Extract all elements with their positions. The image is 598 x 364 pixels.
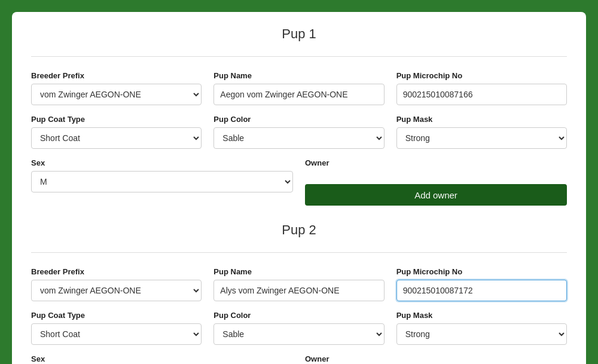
pup1-pup-name-label: Pup Name: [213, 71, 384, 80]
pup1-bottom-row: Sex M F Owner Add owner: [31, 158, 567, 206]
pup2-mask-group: Pup Mask Strong Medium Light None: [396, 311, 567, 345]
pup2-color-group: Pup Color Sable Black Bi-Color: [213, 311, 384, 345]
pup1-color-group: Pup Color Sable Black Bi-Color: [213, 115, 384, 149]
pup1-mask-select[interactable]: Strong Medium Light None: [396, 127, 567, 149]
pup1-owner-group: Owner Add owner: [305, 158, 567, 206]
pup1-top-row: Breeder Prefix vom Zwinger AEGON-ONE Pup…: [31, 71, 567, 105]
pup1-microchip-input[interactable]: [396, 84, 567, 105]
pup2-sex-label: Sex: [31, 354, 293, 363]
pup2-breeder-prefix-select[interactable]: vom Zwinger AEGON-ONE: [31, 280, 202, 301]
pup2-mask-label: Pup Mask: [396, 311, 567, 320]
pup1-mask-group: Pup Mask Strong Medium Light None: [396, 115, 567, 149]
main-card: Pup 1 Breeder Prefix vom Zwinger AEGON-O…: [12, 12, 586, 364]
pup2-breeder-prefix-label: Breeder Prefix: [31, 267, 202, 276]
pup2-coat-type-select[interactable]: Short Coat Long Coat: [31, 323, 202, 345]
pup1-mask-label: Pup Mask: [396, 115, 567, 124]
pup1-add-owner-button[interactable]: Add owner: [305, 184, 567, 206]
pup1-sex-group: Sex M F: [31, 158, 293, 206]
pup2-color-label: Pup Color: [213, 311, 384, 320]
pup1-divider: [31, 56, 567, 57]
pup1-coat-type-group: Pup Coat Type Short Coat Long Coat: [31, 115, 202, 149]
pup1-sex-select[interactable]: M F: [31, 171, 293, 192]
pup1-pup-name-input[interactable]: [213, 84, 384, 105]
pup2-pup-name-input[interactable]: [213, 280, 384, 301]
pup2-color-select[interactable]: Sable Black Bi-Color: [213, 323, 384, 345]
pup1-sex-label: Sex: [31, 158, 293, 167]
pup2-bottom-row: Sex M F Owner Add owner: [31, 354, 567, 364]
pup1-breeder-prefix-select[interactable]: vom Zwinger AEGON-ONE: [31, 84, 202, 105]
pup1-breeder-prefix-group: Breeder Prefix vom Zwinger AEGON-ONE: [31, 71, 202, 105]
pup2-owner-group: Owner Add owner: [305, 354, 567, 364]
pup2-microchip-group: Pup Microchip No: [396, 267, 567, 301]
pup1-breeder-prefix-label: Breeder Prefix: [31, 71, 202, 80]
pup2-divider: [31, 252, 567, 253]
pup1-color-select[interactable]: Sable Black Bi-Color: [213, 127, 384, 149]
pup1-color-label: Pup Color: [213, 115, 384, 124]
pup1-coat-type-select[interactable]: Short Coat Long Coat: [31, 127, 202, 149]
pup2-top-row: Breeder Prefix vom Zwinger AEGON-ONE Pup…: [31, 267, 567, 301]
pup1-owner-label: Owner: [305, 158, 567, 167]
pup2-pup-name-label: Pup Name: [213, 267, 384, 276]
pup1-title: Pup 1: [31, 26, 567, 42]
pup2-middle-row: Pup Coat Type Short Coat Long Coat Pup C…: [31, 311, 567, 345]
pup1-pup-name-group: Pup Name: [213, 71, 384, 105]
pup2-breeder-prefix-group: Breeder Prefix vom Zwinger AEGON-ONE: [31, 267, 202, 301]
pup2-coat-type-group: Pup Coat Type Short Coat Long Coat: [31, 311, 202, 345]
pup1-microchip-group: Pup Microchip No: [396, 71, 567, 105]
pup1-coat-type-label: Pup Coat Type: [31, 115, 202, 124]
pup2-microchip-input[interactable]: [396, 280, 567, 301]
pup1-middle-row: Pup Coat Type Short Coat Long Coat Pup C…: [31, 115, 567, 149]
pup2-coat-type-label: Pup Coat Type: [31, 311, 202, 320]
pup2-pup-name-group: Pup Name: [213, 267, 384, 301]
pup2-microchip-label: Pup Microchip No: [396, 267, 567, 276]
pup2-owner-label: Owner: [305, 354, 567, 363]
pup2-mask-select[interactable]: Strong Medium Light None: [396, 323, 567, 345]
pup2-sex-group: Sex M F: [31, 354, 293, 364]
pup2-title: Pup 2: [31, 222, 567, 238]
pup1-microchip-label: Pup Microchip No: [396, 71, 567, 80]
